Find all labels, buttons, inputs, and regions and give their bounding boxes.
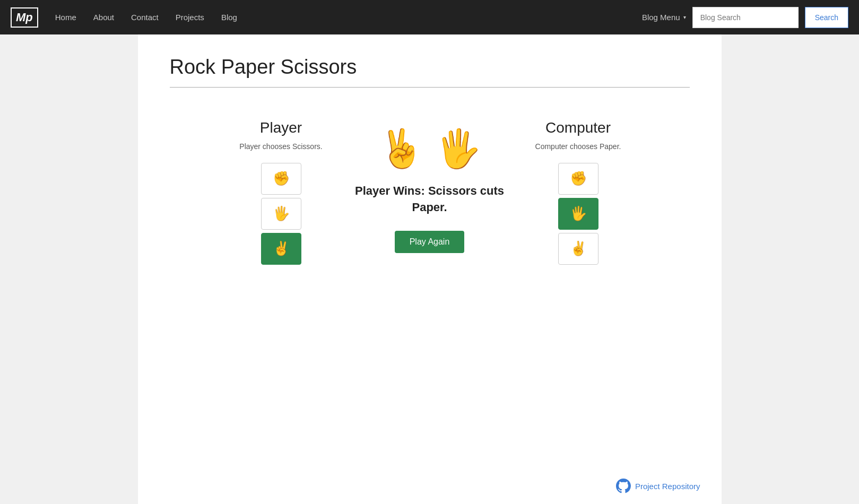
player-title: Player bbox=[260, 119, 302, 136]
nav-about[interactable]: About bbox=[87, 8, 120, 26]
title-divider bbox=[170, 87, 690, 88]
game-area: Player Player chooses Scissors. ✊ 🖐 ✌ ✌ … bbox=[170, 119, 690, 265]
result-text: Player Wins: Scissors cuts Paper. bbox=[340, 183, 520, 216]
search-button[interactable]: Search bbox=[805, 7, 848, 28]
computer-rock-icon: ✊ bbox=[570, 170, 587, 187]
search-input[interactable] bbox=[692, 7, 799, 28]
player-choice-text: Player chooses Scissors. bbox=[239, 142, 322, 152]
blog-menu-button[interactable]: Blog Menu ▾ bbox=[642, 13, 686, 22]
project-repository-link[interactable]: Project Repository bbox=[635, 482, 700, 491]
navbar-logo[interactable]: Mp bbox=[11, 7, 38, 28]
player-vs-icon: ✌ bbox=[378, 130, 424, 167]
nav-blog[interactable]: Blog bbox=[215, 8, 244, 26]
player-paper-button[interactable]: 🖐 bbox=[261, 198, 301, 230]
player-section: Player Player chooses Scissors. ✊ 🖐 ✌ bbox=[223, 119, 340, 265]
computer-vs-icon: 🖐 bbox=[435, 130, 481, 167]
chevron-down-icon: ▾ bbox=[683, 14, 686, 20]
computer-rock-button[interactable]: ✊ bbox=[558, 163, 598, 195]
nav-home[interactable]: Home bbox=[49, 8, 83, 26]
computer-choice-buttons: ✊ 🖐 ✌ bbox=[558, 163, 598, 265]
player-scissors-button[interactable]: ✌ bbox=[261, 233, 301, 265]
github-icon bbox=[616, 479, 631, 493]
navbar-right: Blog Menu ▾ Search bbox=[642, 7, 848, 28]
main-content: Rock Paper Scissors Player Player choose… bbox=[138, 34, 722, 504]
nav-projects[interactable]: Projects bbox=[169, 8, 211, 26]
page-title: Rock Paper Scissors bbox=[170, 56, 690, 79]
play-again-button[interactable]: Play Again bbox=[395, 231, 465, 253]
nav-contact[interactable]: Contact bbox=[125, 8, 165, 26]
center-section: ✌ 🖐 Player Wins: Scissors cuts Paper. Pl… bbox=[340, 119, 520, 253]
paper-icon: 🖐 bbox=[273, 205, 290, 222]
computer-scissors-icon: ✌ bbox=[570, 240, 587, 257]
scissors-icon: ✌ bbox=[273, 240, 290, 257]
computer-section: Computer Computer chooses Paper. ✊ 🖐 ✌ bbox=[520, 119, 637, 265]
player-rock-button[interactable]: ✊ bbox=[261, 163, 301, 195]
rock-icon: ✊ bbox=[273, 170, 290, 187]
computer-choice-text: Computer chooses Paper. bbox=[535, 142, 621, 152]
computer-scissors-button[interactable]: ✌ bbox=[558, 233, 598, 265]
navbar: Mp Home About Contact Projects Blog Blog… bbox=[0, 0, 859, 34]
computer-title: Computer bbox=[545, 119, 611, 136]
vs-icons: ✌ 🖐 bbox=[378, 130, 481, 167]
player-choice-buttons: ✊ 🖐 ✌ bbox=[261, 163, 301, 265]
computer-paper-icon: 🖐 bbox=[570, 205, 587, 222]
navbar-links: Home About Contact Projects Blog bbox=[49, 8, 642, 26]
computer-paper-button[interactable]: 🖐 bbox=[558, 198, 598, 230]
page-footer: Project Repository bbox=[616, 479, 700, 493]
